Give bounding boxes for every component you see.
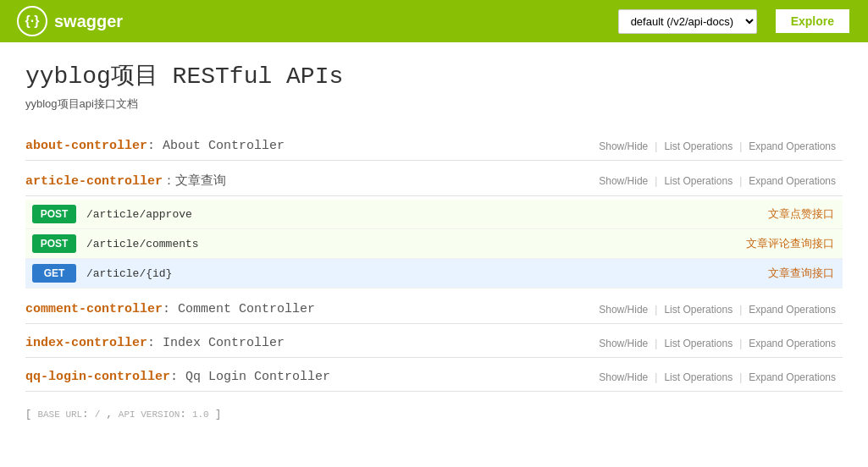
controller-about-controller: about-controller: About Controller Show/… xyxy=(25,132,843,161)
operation-path-0: /article/approve xyxy=(86,208,768,221)
api-select-wrapper: default (/v2/api-docs) Explore xyxy=(618,8,851,35)
controller-title-comment-controller: comment-controller: Comment Controller xyxy=(25,302,592,316)
operations-list-article-controller: POST/article/approve文章点赞接口POST/article/c… xyxy=(25,200,843,288)
controller-qq-login-controller: qq-login-controller: Qq Login Controller… xyxy=(25,363,843,392)
list-ops-link-index-controller[interactable]: List Operations xyxy=(657,338,739,349)
controller-title-index-controller: index-controller: Index Controller xyxy=(25,336,592,350)
controller-actions-about-controller: Show/Hide | List Operations | Expand Ope… xyxy=(592,140,843,152)
list-ops-link-qq-login-controller[interactable]: List Operations xyxy=(657,371,739,383)
operation-path-2: /article/{id} xyxy=(86,267,768,280)
controller-article-controller: article-controller：文章查询 Show/Hide | List… xyxy=(25,166,843,288)
operation-desc-1: 文章评论查询接口 xyxy=(746,236,834,251)
expand-ops-link-about-controller[interactable]: Expand Operations xyxy=(742,140,843,152)
api-version-label: API VERSION xyxy=(119,409,180,420)
controller-comment-controller: comment-controller: Comment Controller S… xyxy=(25,295,843,324)
api-version-value: 1.0 xyxy=(192,409,209,420)
show-hide-link-index-controller[interactable]: Show/Hide xyxy=(592,338,655,349)
base-url-value: / xyxy=(95,409,101,420)
controller-title-about-controller: about-controller: About Controller xyxy=(25,139,592,153)
expand-ops-link-index-controller[interactable]: Expand Operations xyxy=(742,338,843,349)
logo-icon: {·} xyxy=(17,6,47,36)
operation-desc-2: 文章查询接口 xyxy=(768,266,834,281)
controller-actions-comment-controller: Show/Hide | List Operations | Expand Ope… xyxy=(592,304,843,316)
logo: {·} swagger xyxy=(17,6,618,36)
controller-header-about-controller: about-controller: About Controller Show/… xyxy=(25,132,843,161)
operation-row-0[interactable]: POST/article/approve文章点赞接口 xyxy=(25,200,843,229)
list-ops-link-about-controller[interactable]: List Operations xyxy=(657,140,739,152)
show-hide-link-qq-login-controller[interactable]: Show/Hide xyxy=(592,371,655,383)
footer-info: [ BASE URL: / , API VERSION: 1.0 ] xyxy=(25,409,843,420)
app-header: {·} swagger default (/v2/api-docs) Explo… xyxy=(0,0,868,42)
main-content: yyblog项目 RESTful APIs yyblog项目api接口文档 ab… xyxy=(0,42,868,437)
operation-path-1: /article/comments xyxy=(86,238,746,250)
controller-title-article-controller: article-controller：文章查询 xyxy=(25,173,592,189)
controller-actions-qq-login-controller: Show/Hide | List Operations | Expand Ope… xyxy=(592,371,843,383)
list-ops-link-comment-controller[interactable]: List Operations xyxy=(657,304,739,316)
logo-text: swagger xyxy=(54,12,123,31)
explore-button[interactable]: Explore xyxy=(774,8,851,35)
show-hide-link-comment-controller[interactable]: Show/Hide xyxy=(592,304,655,316)
show-hide-link-article-controller[interactable]: Show/Hide xyxy=(592,175,655,187)
controller-actions-article-controller: Show/Hide | List Operations | Expand Ope… xyxy=(592,175,843,187)
expand-ops-link-article-controller[interactable]: Expand Operations xyxy=(742,175,843,187)
operation-row-1[interactable]: POST/article/comments文章评论查询接口 xyxy=(25,229,843,259)
expand-ops-link-comment-controller[interactable]: Expand Operations xyxy=(742,304,843,316)
method-badge-post: POST xyxy=(32,205,76,223)
operation-desc-0: 文章点赞接口 xyxy=(768,206,834,222)
show-hide-link-about-controller[interactable]: Show/Hide xyxy=(592,140,655,152)
controller-header-comment-controller: comment-controller: Comment Controller S… xyxy=(25,295,843,324)
controllers-list: about-controller: About Controller Show/… xyxy=(25,132,843,392)
api-select[interactable]: default (/v2/api-docs) xyxy=(618,9,757,34)
method-badge-get: GET xyxy=(32,264,76,283)
page-title: yyblog项目 RESTful APIs xyxy=(25,59,843,91)
operation-row-2[interactable]: GET/article/{id}文章查询接口 xyxy=(25,259,843,288)
controller-header-index-controller: index-controller: Index Controller Show/… xyxy=(25,329,843,358)
controller-header-article-controller: article-controller：文章查询 Show/Hide | List… xyxy=(25,166,843,196)
controller-index-controller: index-controller: Index Controller Show/… xyxy=(25,329,843,358)
controller-actions-index-controller: Show/Hide | List Operations | Expand Ope… xyxy=(592,338,843,349)
method-badge-post: POST xyxy=(32,234,76,253)
page-subtitle: yyblog项目api接口文档 xyxy=(25,96,843,112)
base-url-label: BASE URL xyxy=(37,409,82,420)
expand-ops-link-qq-login-controller[interactable]: Expand Operations xyxy=(742,371,843,383)
controller-title-qq-login-controller: qq-login-controller: Qq Login Controller xyxy=(25,370,592,384)
controller-header-qq-login-controller: qq-login-controller: Qq Login Controller… xyxy=(25,363,843,392)
list-ops-link-article-controller[interactable]: List Operations xyxy=(657,175,739,187)
